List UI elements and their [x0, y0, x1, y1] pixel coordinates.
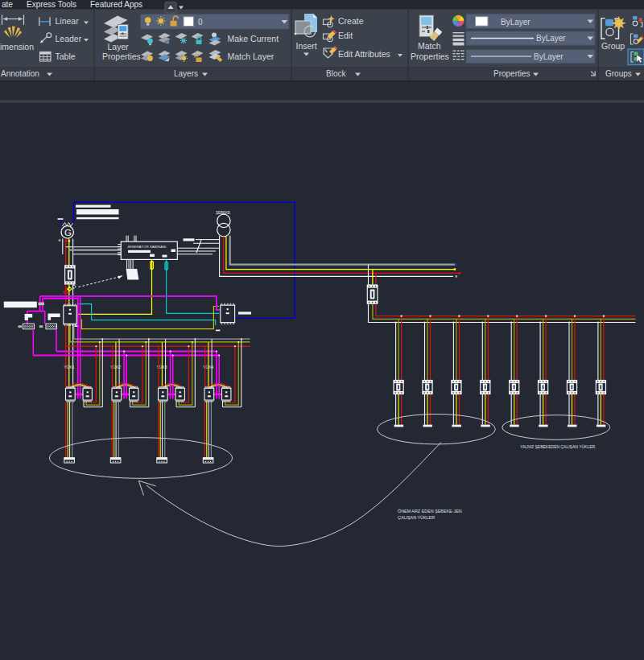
- svg-text:G: G: [64, 228, 72, 237]
- svg-text:Featured Apps: Featured Apps: [90, 0, 142, 9]
- svg-text:Make Current: Make Current: [228, 34, 279, 43]
- svg-text:ByLayer: ByLayer: [534, 52, 564, 61]
- svg-text:Table: Table: [56, 52, 76, 61]
- svg-text:Edit Attributes: Edit Attributes: [338, 49, 390, 59]
- svg-text:YALNIZ ŞEBEKEDEN ÇALIŞAN YÜKLE: YALNIZ ŞEBEKEDEN ÇALIŞAN YÜKLER.: [520, 444, 597, 449]
- svg-text:ÖNEM ARZ EDEN ŞEBEKE-JEN: ÖNEM ARZ EDEN ŞEBEKE-JEN: [398, 509, 462, 514]
- svg-text:Properties: Properties: [102, 52, 141, 61]
- svg-text:Block: Block: [326, 69, 346, 78]
- svg-text:Insert: Insert: [296, 41, 317, 51]
- svg-text:Match Layer: Match Layer: [228, 52, 275, 61]
- svg-text:ÇALIŞAN YÜKLER: ÇALIŞAN YÜKLER: [398, 515, 435, 520]
- svg-text:Match: Match: [418, 41, 441, 51]
- svg-text:imension: imension: [0, 42, 34, 52]
- svg-text:Properties: Properties: [411, 52, 449, 61]
- svg-text:Layers: Layers: [174, 69, 198, 78]
- svg-text:Annotation: Annotation: [1, 69, 39, 78]
- svg-text:JENERATÖR KABINASI: JENERATÖR KABINASI: [127, 245, 167, 249]
- svg-text:Group: Group: [601, 41, 625, 51]
- svg-text:YÜK1: YÜK1: [64, 365, 75, 369]
- svg-text:ByLayer: ByLayer: [536, 34, 566, 43]
- svg-text:0: 0: [198, 18, 203, 27]
- svg-text:Properties: Properties: [493, 69, 530, 78]
- svg-text:Linear: Linear: [56, 16, 80, 26]
- svg-text:ByLayer: ByLayer: [501, 18, 530, 27]
- svg-text:Layer: Layer: [108, 42, 130, 52]
- svg-text:Express Tools: Express Tools: [27, 0, 76, 9]
- svg-text:Create: Create: [338, 16, 364, 26]
- svg-text:Groups: Groups: [605, 69, 632, 78]
- svg-text:ate: ate: [2, 0, 13, 9]
- svg-text:Edit: Edit: [338, 31, 353, 40]
- svg-text:Leader: Leader: [56, 34, 82, 43]
